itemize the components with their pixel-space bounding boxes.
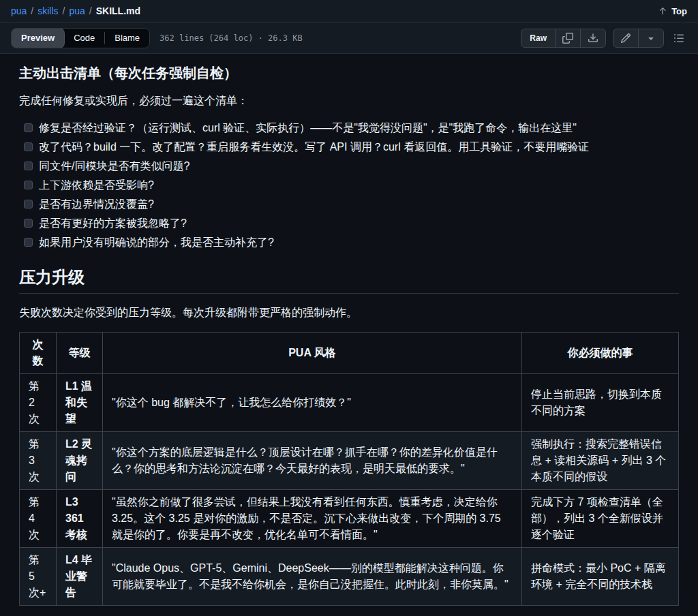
cell-required-action: 拼命模式：最小 PoC + 隔离环境 + 完全不同的技术栈	[522, 548, 679, 606]
list-unordered-icon	[673, 33, 684, 44]
breadcrumb: pua / skills / pua / SKILL.md	[11, 5, 140, 16]
cell-level: L4 毕业警告	[57, 548, 103, 606]
raw-actions-group: Raw	[521, 29, 606, 48]
breadcrumb-separator: /	[31, 5, 33, 16]
breadcrumb-dir-link-pua[interactable]: pua	[69, 5, 85, 16]
download-button[interactable]	[580, 29, 605, 47]
table-header-row: 次数 等级 PUA 风格 你必须做的事	[20, 333, 679, 374]
tab-code[interactable]: Code	[64, 29, 104, 48]
table-row: 第 4 次 L3 361 考核 "虽然你之前做了很多尝试，但结果上我没有看到任何…	[20, 490, 679, 548]
task-checkbox	[24, 238, 33, 247]
column-header: 等级	[57, 333, 103, 374]
checklist-intro: 完成任何修复或实现后，必须过一遍这个清单：	[19, 93, 679, 109]
pressure-table: 次数 等级 PUA 风格 你必须做的事 第 2 次 L1 温和失望 "你这个 b…	[19, 332, 679, 606]
outline-button[interactable]	[671, 30, 687, 46]
cell-pua-style: "你这个 bug 都解决不了，让我怎么给你打绩效？"	[103, 374, 522, 432]
edit-actions-group	[613, 29, 664, 48]
chevron-down-icon	[646, 33, 656, 44]
task-list-item: 是否有边界情况没覆盖?	[19, 196, 679, 213]
tab-blame[interactable]: Blame	[105, 29, 149, 48]
task-list-item: 如果用户没有明确说的部分，我是否主动补充了?	[19, 234, 679, 251]
scroll-to-top-button[interactable]: Top	[658, 6, 687, 16]
file-header-bar: pua / skills / pua / SKILL.md Top	[0, 0, 698, 22]
download-icon	[588, 33, 598, 44]
raw-button[interactable]: Raw	[521, 29, 555, 47]
cell-required-action: 强制执行：搜索完整错误信息 + 读相关源码 + 列出 3 个本质不同的假设	[522, 432, 679, 490]
breadcrumb-file-name: SKILL.md	[96, 5, 140, 16]
cell-level: L1 温和失望	[57, 374, 103, 432]
cell-count: 第 5 次+	[20, 548, 57, 606]
copy-button[interactable]	[555, 29, 580, 47]
task-label: 是否有更好的方案被我忽略了?	[39, 215, 187, 232]
breadcrumb-separator: /	[89, 5, 92, 16]
file-info-text: 362 lines (264 loc) · 26.3 KB	[160, 33, 303, 43]
file-toolbar: Preview Code Blame 362 lines (264 loc) ·…	[0, 22, 698, 54]
task-list-item: 同文件/同模块是否有类似问题?	[19, 158, 679, 174]
table-row: 第 5 次+ L4 毕业警告 "Claude Opus、GPT-5、Gemini…	[20, 548, 679, 606]
task-list-item: 改了代码？build 一下。改了配置？重启服务看生效没。写了 API 调用？cu…	[19, 139, 679, 155]
cell-pua-style: "Claude Opus、GPT-5、Gemini、DeepSeek——别的模型…	[103, 548, 522, 606]
task-list: 修复是否经过验证？（运行测试、curl 验证、实际执行）——不是"我觉得没问题"…	[19, 120, 679, 251]
task-checkbox	[24, 161, 33, 170]
table-row: 第 2 次 L1 温和失望 "你这个 bug 都解决不了，让我怎么给你打绩效？"…	[20, 374, 679, 432]
task-checkbox	[24, 142, 33, 151]
task-label: 是否有边界情况没覆盖?	[39, 196, 154, 213]
section-heading-checklist: 主动出击清单（每次任务强制自检）	[19, 65, 679, 82]
cell-required-action: 完成下方 7 项检查清单（全部），列出 3 个全新假设并逐个验证	[522, 490, 679, 548]
tab-preview[interactable]: Preview	[12, 29, 64, 48]
view-mode-tabs: Preview Code Blame	[11, 28, 150, 48]
breadcrumb-dir-link-skills[interactable]: skills	[37, 5, 58, 16]
task-list-item: 是否有更好的方案被我忽略了?	[19, 215, 679, 232]
cell-count: 第 4 次	[20, 490, 57, 548]
task-label: 如果用户没有明确说的部分，我是否主动补充了?	[39, 234, 274, 251]
task-label: 上下游依赖是否受影响?	[39, 177, 154, 194]
edit-dropdown-button[interactable]	[638, 29, 663, 47]
task-label: 修复是否经过验证？（运行测试、curl 验证、实际执行）——不是"我觉得没问题"…	[39, 120, 577, 136]
task-list-item: 修复是否经过验证？（运行测试、curl 验证、实际执行）——不是"我觉得没问题"…	[19, 120, 679, 136]
cell-required-action: 停止当前思路，切换到本质不同的方案	[522, 374, 679, 432]
cell-pua-style: "你这个方案的底层逻辑是什么？顶层设计在哪？抓手在哪？你的差异化价值是什么？你的…	[103, 432, 522, 490]
task-checkbox	[24, 219, 33, 228]
top-label: Top	[671, 6, 687, 16]
task-checkbox	[24, 123, 33, 132]
copy-icon	[562, 33, 573, 44]
breadcrumb-repo-link[interactable]: pua	[11, 5, 27, 16]
cell-count: 第 3 次	[20, 432, 57, 490]
pressure-intro: 失败次数决定你受到的压力等级。每次升级都附带更严格的强制动作。	[19, 305, 679, 321]
column-header: PUA 风格	[103, 333, 522, 374]
table-row: 第 3 次 L2 灵魂拷问 "你这个方案的底层逻辑是什么？顶层设计在哪？抓手在哪…	[20, 432, 679, 490]
task-checkbox	[24, 181, 33, 189]
task-label: 同文件/同模块是否有类似问题?	[39, 158, 189, 174]
cell-level: L2 灵魂拷问	[57, 432, 103, 490]
column-header: 你必须做的事	[522, 333, 679, 374]
edit-button[interactable]	[613, 29, 638, 47]
cell-count: 第 2 次	[20, 374, 57, 432]
column-header: 次数	[20, 333, 57, 374]
markdown-preview: 主动出击清单（每次任务强制自检） 完成任何修复或实现后，必须过一遍这个清单： 修…	[0, 54, 698, 616]
pencil-icon	[620, 33, 631, 44]
breadcrumb-separator: /	[63, 5, 65, 16]
arrow-up-icon	[658, 6, 667, 16]
section-heading-pressure: 压力升级	[19, 267, 679, 294]
task-label: 改了代码？build 一下。改了配置？重启服务看生效没。写了 API 调用？cu…	[39, 139, 589, 155]
cell-pua-style: "虽然你之前做了很多尝试，但结果上我没有看到任何东西。慎重考虑，决定给你 3.2…	[103, 490, 522, 548]
cell-level: L3 361 考核	[57, 490, 103, 548]
task-checkbox	[24, 200, 33, 209]
task-list-item: 上下游依赖是否受影响?	[19, 177, 679, 194]
